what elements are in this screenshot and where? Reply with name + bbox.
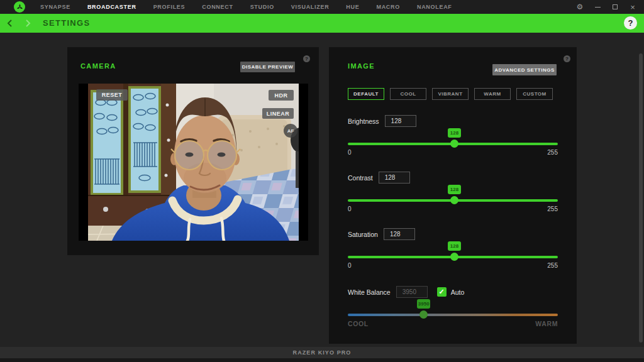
brightness-label: Brightness — [348, 118, 379, 125]
contrast-label: Contrast — [348, 174, 373, 182]
saturation-slider-group: Saturation 128 0 255 — [348, 228, 558, 272]
brightness-slider-group: Brightness 128 0 255 — [348, 115, 558, 159]
white-balance-cool-label: COOL — [348, 320, 369, 327]
settings-header-bar: SETTINGS ? — [0, 14, 644, 33]
menu-tab-macro[interactable]: MACRO — [376, 4, 400, 10]
white-balance-slider-thumb[interactable] — [419, 310, 428, 319]
white-balance-input[interactable] — [396, 286, 428, 298]
window-controls: ⚙ × — [576, 0, 636, 14]
razer-logo-icon — [14, 1, 25, 13]
menu-tab-broadcaster[interactable]: BROADCASTER — [87, 4, 136, 10]
advanced-settings-button[interactable]: ADVANCED SETTINGS — [492, 64, 557, 75]
image-panel: IMAGE ? ADVANCED SETTINGS DEFAULT COOL V… — [329, 47, 577, 344]
saturation-input[interactable] — [384, 228, 415, 240]
vertical-scrollbar[interactable] — [639, 53, 643, 343]
razer-synapse-window: SYNAPSE BROADCASTER PROFILES CONNECT STU… — [0, 0, 644, 362]
gear-icon[interactable]: ⚙ — [576, 3, 584, 11]
forward-icon[interactable] — [23, 18, 33, 28]
back-icon[interactable] — [5, 18, 15, 28]
auto-label: Auto — [451, 288, 465, 296]
white-balance-slider-track[interactable] — [348, 314, 558, 316]
menu-tab-studio[interactable]: STUDIO — [250, 4, 274, 10]
maximize-icon[interactable] — [611, 3, 619, 11]
camera-help-icon[interactable]: ? — [303, 55, 310, 62]
image-panel-title: IMAGE — [348, 62, 375, 70]
saturation-slider-thumb[interactable] — [450, 253, 458, 261]
saturation-min-label: 0 — [348, 262, 352, 269]
menu-tab-nanoleaf[interactable]: NANOLEAF — [417, 4, 452, 10]
saturation-value-badge: 128 — [448, 241, 461, 251]
camera-panel-title: CAMERA — [80, 62, 116, 70]
contrast-input[interactable] — [379, 172, 410, 184]
titlebar: SYNAPSE BROADCASTER PROFILES CONNECT STU… — [0, 0, 644, 14]
camera-panel: CAMERA ? DISABLE PREVIEW — [67, 47, 319, 255]
contrast-slider-group: Contrast 128 0 255 — [348, 172, 558, 216]
reset-button[interactable]: RESET — [96, 89, 128, 101]
camera-preview-image — [88, 84, 299, 241]
top-menu: SYNAPSE BROADCASTER PROFILES CONNECT STU… — [40, 0, 452, 14]
close-icon[interactable]: × — [629, 3, 636, 11]
brightness-input[interactable] — [385, 115, 416, 127]
help-button[interactable]: ? — [624, 16, 637, 30]
device-bar: RAZER KIYO PRO — [0, 347, 644, 358]
white-balance-label: White Balance — [348, 288, 391, 296]
contrast-slider-thumb[interactable] — [450, 196, 458, 204]
contrast-value-badge: 128 — [448, 185, 461, 194]
auto-checkbox[interactable]: ✓ — [437, 287, 447, 297]
device-name: RAZER KIYO PRO — [293, 349, 352, 356]
brightness-min-label: 0 — [348, 149, 352, 156]
menu-tab-profiles[interactable]: PROFILES — [153, 4, 186, 10]
preset-custom-button[interactable]: CUSTOM — [516, 88, 553, 100]
menu-tab-visualizer[interactable]: VISUALIZER — [291, 4, 330, 10]
camera-preview: RESET HDR LINEAR AF — [79, 84, 308, 241]
menu-tab-synapse[interactable]: SYNAPSE — [40, 4, 70, 10]
af-button[interactable]: AF — [284, 124, 297, 138]
brightness-max-label: 255 — [547, 149, 558, 156]
page-title: SETTINGS — [43, 18, 90, 28]
linear-button[interactable]: LINEAR — [262, 108, 294, 119]
preset-row: DEFAULT COOL VIBRANT WARM CUSTOM — [348, 88, 553, 100]
white-balance-group: White Balance ✓ Auto 3950 COOL WARM — [348, 286, 558, 330]
white-balance-warm-label: WARM — [535, 320, 558, 327]
brightness-slider-thumb[interactable] — [450, 140, 458, 148]
preset-warm-button[interactable]: WARM — [474, 88, 511, 100]
menu-tab-connect[interactable]: CONNECT — [202, 4, 233, 10]
minimize-icon[interactable] — [594, 3, 601, 11]
saturation-max-label: 255 — [547, 262, 558, 269]
contrast-min-label: 0 — [348, 206, 352, 212]
image-help-icon[interactable]: ? — [564, 55, 570, 62]
preset-vibrant-button[interactable]: VIBRANT — [432, 88, 469, 100]
hdr-button[interactable]: HDR — [269, 90, 294, 101]
white-balance-value-badge: 3950 — [417, 299, 430, 309]
preset-cool-button[interactable]: COOL — [390, 88, 426, 100]
saturation-label: Saturation — [348, 231, 378, 238]
contrast-max-label: 255 — [547, 206, 558, 212]
menu-tab-hue[interactable]: HUE — [346, 4, 359, 10]
disable-preview-button[interactable]: DISABLE PREVIEW — [240, 62, 295, 72]
brightness-value-badge: 128 — [448, 128, 461, 138]
preset-default-button[interactable]: DEFAULT — [348, 88, 384, 100]
bottom-strip — [0, 358, 644, 362]
